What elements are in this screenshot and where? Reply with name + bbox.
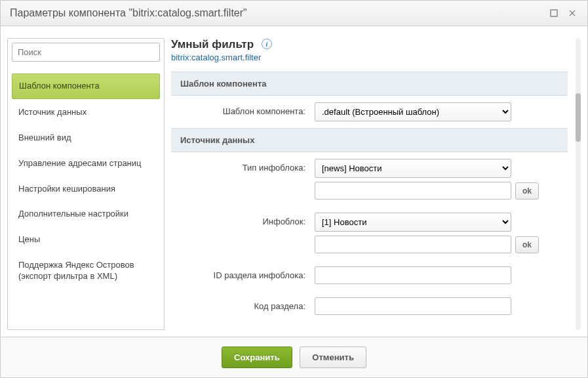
dialog-footer: Сохранить Отменить [1, 337, 587, 377]
nav-item-prices[interactable]: Цены [12, 228, 160, 252]
search-box [12, 43, 160, 62]
cancel-button[interactable]: Отменить [300, 346, 366, 368]
row-section-id: ID раздела инфоблока: [171, 260, 568, 291]
main-panel: Умный фильтр i bitrix:catalog.smart.filt… [171, 38, 581, 330]
search-input[interactable] [12, 43, 160, 62]
nav-item-additional[interactable]: Дополнительные настройки [12, 202, 160, 226]
nav-item-datasource[interactable]: Источник данных [12, 100, 160, 125]
row-iblock-type: Тип инфоблока: [news] Новости ok [171, 152, 568, 206]
select-template[interactable]: .default (Встроенный шаблон) [315, 102, 511, 121]
info-icon[interactable]: i [262, 39, 272, 49]
group-header-template: Шаблон компонента [171, 72, 568, 96]
label-section-code: Код раздела: [180, 297, 315, 311]
label-iblock-type: Тип инфоблока: [180, 159, 315, 173]
ok-button-iblock-type[interactable]: ok [515, 182, 539, 200]
select-iblock[interactable]: [1] Новости [315, 213, 511, 232]
row-section-code: Код раздела: [171, 291, 568, 322]
close-icon[interactable] [566, 7, 578, 19]
dialog-title: Параметры компонента "bitrix:catalog.sma… [10, 7, 541, 19]
input-section-id[interactable] [315, 266, 511, 284]
nav-item-yandex[interactable]: Поддержка Яндекс Островов (экспорт фильт… [12, 253, 160, 289]
nav-item-cache[interactable]: Настройки кеширования [12, 177, 160, 201]
nav-item-template[interactable]: Шаблон компонента [12, 74, 160, 99]
sidebar: Шаблон компонента Источник данных Внешни… [7, 38, 165, 330]
label-iblock: Инфоблок: [180, 213, 315, 226]
input-iblock-manual[interactable] [315, 236, 511, 253]
scrollbar-thumb[interactable] [576, 93, 581, 142]
row-iblock: Инфоблок: [1] Новости ok [171, 206, 568, 260]
component-name: bitrix:catalog.smart.filter [171, 52, 568, 62]
nav-item-appearance[interactable]: Внешний вид [12, 126, 160, 150]
ok-button-iblock[interactable]: ok [515, 236, 539, 253]
component-title: Умный фильтр [171, 38, 254, 51]
input-iblock-type-manual[interactable] [315, 182, 511, 200]
scrollbar[interactable] [576, 38, 581, 330]
select-iblock-type[interactable]: [news] Новости [315, 159, 511, 178]
sidebar-inner: Шаблон компонента Источник данных Внешни… [7, 38, 165, 330]
dialog-body: Шаблон компонента Источник данных Внешни… [1, 26, 587, 337]
nav-item-urls[interactable]: Управление адресами страниц [12, 152, 160, 176]
row-template: Шаблон компонента: .default (Встроенный … [171, 96, 568, 128]
titlebar: Параметры компонента "bitrix:catalog.sma… [1, 1, 587, 26]
label-template: Шаблон компонента: [180, 102, 315, 116]
label-section-id: ID раздела инфоблока: [180, 266, 315, 280]
svg-rect-0 [551, 10, 557, 16]
component-header: Умный фильтр i bitrix:catalog.smart.filt… [171, 38, 568, 62]
save-button[interactable]: Сохранить [222, 346, 292, 368]
input-section-code[interactable] [315, 297, 511, 315]
main-scroll[interactable]: Умный фильтр i bitrix:catalog.smart.filt… [171, 38, 576, 330]
group-header-datasource: Источник данных [171, 128, 568, 152]
maximize-icon[interactable] [548, 7, 560, 19]
component-params-dialog: Параметры компонента "bitrix:catalog.sma… [0, 0, 588, 378]
